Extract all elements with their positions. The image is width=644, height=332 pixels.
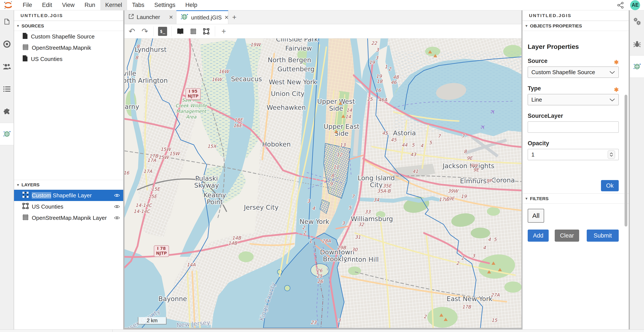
map-label: 22 xyxy=(371,40,377,46)
add-filter-button[interactable]: Add xyxy=(528,230,549,242)
sources-section-header[interactable]: ▾ SOURCES xyxy=(14,21,123,31)
map-label: 1 xyxy=(384,64,388,70)
vector-button[interactable] xyxy=(202,28,210,34)
source-item[interactable]: OpenStreetMap.Mapnik xyxy=(14,42,123,54)
sourcelayer-input[interactable] xyxy=(528,122,619,133)
map-label: North Bergen xyxy=(268,56,311,64)
menu-file[interactable]: File xyxy=(18,0,37,10)
map-label: Jersey City xyxy=(244,204,278,211)
menu-help[interactable]: Help xyxy=(180,0,202,10)
map-label: Kearny xyxy=(204,191,226,199)
user-avatar[interactable]: AE xyxy=(630,0,640,10)
clear-filters-button[interactable]: Clear xyxy=(555,230,579,242)
plus-button[interactable]: + xyxy=(220,27,228,36)
jupytergis-icon[interactable] xyxy=(0,123,14,145)
openstreetmap-view[interactable]: Saw MillCreek WildlifeManagementArea Lyn… xyxy=(124,38,522,328)
grid-button[interactable] xyxy=(189,28,198,34)
left-sidebar-panel: UNTITLED.JGIS ▾ SOURCES Custom Shapefile… xyxy=(14,10,123,330)
map-label: I 78 xyxy=(157,246,166,251)
objects-properties-header[interactable]: ▾ OBJECTS PROPERTIES xyxy=(522,21,629,31)
map-label: 44 xyxy=(402,142,408,148)
menu-edit[interactable]: Edit xyxy=(37,0,57,10)
map-label: 35E xyxy=(383,183,392,188)
new-tab-button[interactable]: + xyxy=(228,13,240,22)
redo-button[interactable]: ↷ xyxy=(140,27,149,36)
close-tab-icon[interactable]: ✕ xyxy=(169,14,173,20)
filter-all-chip[interactable]: All xyxy=(528,209,544,223)
opacity-input[interactable]: 1 xyxy=(528,149,619,160)
jupytergis-panel-icon[interactable] xyxy=(630,55,644,78)
property-inspector-icon[interactable] xyxy=(630,10,644,33)
map-label: 5 xyxy=(348,205,352,210)
menu-run[interactable]: Run xyxy=(80,0,100,10)
map-label: 19W xyxy=(250,42,261,47)
terminal-button[interactable]: $_ xyxy=(158,27,167,36)
map-toolbar: ↶↷$_+ xyxy=(124,24,522,38)
status-bar xyxy=(0,330,644,332)
tab-launcher[interactable]: Launcher✕ xyxy=(124,10,176,24)
map-label: 17A xyxy=(147,158,156,163)
map-label: Point xyxy=(207,198,223,206)
undo-button[interactable]: ↶ xyxy=(128,27,136,36)
file-icon xyxy=(22,33,28,41)
map-label: Area xyxy=(186,114,197,120)
table-of-contents-icon[interactable] xyxy=(0,78,14,100)
map-label: 8 xyxy=(135,55,138,60)
layers-list: Custom Shapefile LayerUS CountiesOpenStr… xyxy=(14,190,123,224)
map-label: Management xyxy=(176,108,207,114)
map-label: 8 xyxy=(331,173,334,178)
number-spinner[interactable] xyxy=(608,150,615,159)
visibility-eye-icon[interactable] xyxy=(114,194,120,197)
menu-tabs[interactable]: Tabs xyxy=(127,0,150,10)
map-label: 15W xyxy=(169,151,180,156)
map-label: 16E xyxy=(233,123,242,128)
map-label: 3 xyxy=(472,253,475,258)
collaboration-icon[interactable] xyxy=(0,55,14,78)
map-label: Skyway xyxy=(194,182,219,189)
map-label: Union City xyxy=(271,90,304,98)
map-label: 14B xyxy=(232,235,241,240)
source-item[interactable]: US Counties xyxy=(14,54,123,65)
layer-item[interactable]: OpenStreetMap.Mapnik Layer xyxy=(14,212,123,224)
map-canvas[interactable]: Saw MillCreek WildlifeManagementArea Lyn… xyxy=(124,38,522,328)
running-sessions-icon[interactable] xyxy=(0,33,14,55)
map-label: 14-14C xyxy=(134,208,150,214)
scrollbar-thumb[interactable] xyxy=(624,95,627,226)
layer-item[interactable]: Custom Shapefile Layer xyxy=(14,190,123,201)
filters-section-header[interactable]: ▾ FILTERS xyxy=(522,194,629,204)
map-label: 13 xyxy=(340,142,346,148)
submit-filters-button[interactable]: Submit xyxy=(587,230,619,242)
caret-down-icon: ▾ xyxy=(17,24,19,28)
map-label: 19 xyxy=(376,74,382,79)
extension-manager-icon[interactable] xyxy=(0,100,14,123)
right-panel-title: UNTITLED.JGIS xyxy=(522,10,629,21)
menu-view[interactable]: View xyxy=(57,0,80,10)
map-label: 45 xyxy=(391,137,397,142)
type-select[interactable]: Line xyxy=(528,94,619,105)
file-browser-icon[interactable] xyxy=(0,10,14,33)
vector-icon xyxy=(22,203,29,211)
debugger-icon[interactable] xyxy=(630,33,644,55)
source-item[interactable]: Custom Shapefile Source xyxy=(14,31,123,42)
source-select[interactable]: Custom Shapefile Source xyxy=(528,66,619,78)
layer-item[interactable]: US Counties xyxy=(14,201,123,212)
menu-kernel[interactable]: Kernel xyxy=(100,0,127,10)
visibility-eye-icon[interactable] xyxy=(114,205,120,208)
left-activity-bar xyxy=(0,10,14,330)
visibility-eye-icon[interactable] xyxy=(114,216,120,220)
book-button[interactable] xyxy=(176,28,184,34)
layers-section-header[interactable]: ▾ LAYERS xyxy=(14,180,123,190)
ok-button[interactable]: Ok xyxy=(601,180,619,191)
map-label: 41 xyxy=(412,168,418,174)
close-tab-icon[interactable]: ✕ xyxy=(224,14,229,20)
share-icon[interactable] xyxy=(617,2,624,9)
map-label: 15W xyxy=(158,154,169,160)
map-label: 8 xyxy=(137,44,140,49)
menu-settings[interactable]: Settings xyxy=(150,0,180,10)
map-label: 16 xyxy=(124,170,130,176)
map-label: 5 xyxy=(494,237,497,242)
launcher-icon xyxy=(128,14,134,21)
map-label: 16 xyxy=(375,88,381,93)
tab-untitled-jgis[interactable]: untitled.jGIS✕ xyxy=(176,10,228,24)
map-label: 26 xyxy=(317,278,323,284)
